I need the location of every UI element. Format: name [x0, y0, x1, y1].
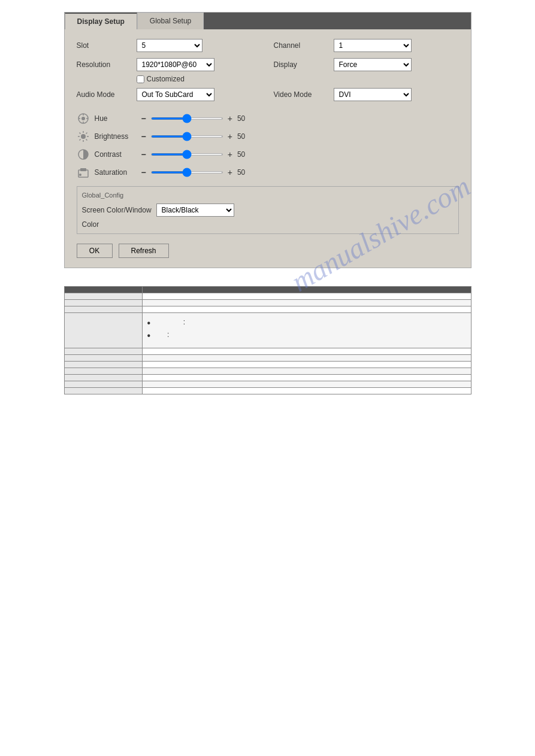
bullet-2: •	[147, 331, 151, 341]
sliders-section: Hue − + 50	[77, 112, 459, 179]
table-cell-right	[142, 293, 471, 300]
table-row	[64, 348, 471, 355]
table-cell-left	[64, 355, 142, 362]
contrast-value: 50	[237, 150, 255, 159]
hue-input[interactable]	[151, 117, 223, 120]
hue-slider-row: Hue − + 50	[77, 112, 459, 125]
svg-point-18	[79, 174, 81, 176]
saturation-minus: −	[141, 168, 146, 177]
table-cell-right	[142, 355, 471, 362]
display-label: Display	[274, 60, 334, 69]
hue-minus: −	[141, 114, 146, 123]
table-row	[64, 381, 471, 388]
contrast-minus: −	[141, 150, 146, 159]
dialog-tabs: Display Setup Global Setup	[65, 13, 471, 29]
svg-rect-17	[80, 168, 86, 171]
slot-label: Slot	[77, 41, 137, 50]
contrast-label: Contrast	[95, 150, 137, 159]
table-row	[64, 300, 471, 306]
color-row: Color	[82, 220, 454, 229]
hue-track	[151, 117, 223, 120]
bullet-item-2: • :	[147, 330, 466, 341]
channel-select[interactable]: 1	[334, 39, 412, 52]
table-row	[64, 355, 471, 362]
table-cell-left	[64, 293, 142, 300]
video-mode-label: Video Mode	[274, 90, 334, 99]
table-cell-right	[142, 306, 471, 313]
svg-line-13	[86, 133, 87, 134]
table-header-row	[64, 287, 471, 293]
tab-display-setup[interactable]: Display Setup	[65, 13, 137, 29]
screen-color-select[interactable]: Black/Black	[156, 204, 234, 217]
dialog-footer: OK Refresh	[77, 244, 459, 258]
brightness-icon	[77, 130, 90, 143]
video-mode-row: Video Mode DVI	[274, 88, 459, 101]
resolution-select[interactable]: 1920*1080P@60	[137, 58, 214, 71]
saturation-icon	[77, 166, 90, 179]
table-cell-right	[142, 368, 471, 375]
screen-color-row: Screen Color/Window Black/Black	[82, 204, 454, 217]
resolution-label: Resolution	[77, 60, 137, 69]
dialog-content: Slot 5 Resolution	[65, 29, 471, 268]
color-label: Color	[82, 220, 99, 229]
global-config-title: Global_Config	[82, 192, 454, 199]
customized-label: Customized	[147, 75, 185, 83]
table-cell-right	[142, 375, 471, 381]
bullet-text-1: :	[155, 318, 185, 326]
saturation-plus: +	[228, 168, 232, 177]
left-form-col: Slot 5 Resolution	[77, 39, 262, 107]
brightness-label: Brightness	[95, 132, 137, 141]
slot-row: Slot 5	[77, 39, 262, 52]
global-config-section: Global_Config Screen Color/Window Black/…	[77, 186, 459, 234]
table-row: • : • :	[64, 313, 471, 348]
brightness-input[interactable]	[151, 135, 223, 138]
audio-mode-row: Audio Mode Out To SubCard	[77, 88, 262, 101]
table-cell-left	[64, 306, 142, 313]
saturation-label: Saturation	[95, 168, 137, 177]
data-table-section: • : • :	[64, 286, 471, 394]
table-cell-left	[64, 313, 142, 348]
slot-select[interactable]: 5	[137, 39, 202, 52]
saturation-slider-row: Saturation − + 50	[77, 166, 459, 179]
customized-checkbox[interactable]	[137, 75, 144, 83]
saturation-track	[151, 171, 223, 174]
col-header-right	[142, 287, 471, 293]
brightness-track	[151, 135, 223, 138]
table-row	[64, 388, 471, 394]
svg-point-6	[81, 134, 86, 139]
audio-mode-input-group: Out To SubCard	[137, 88, 214, 101]
table-cell-left	[64, 388, 142, 394]
brightness-minus: −	[141, 132, 146, 141]
display-select[interactable]: Force	[334, 58, 412, 71]
saturation-value: 50	[237, 168, 255, 177]
svg-line-14	[79, 139, 80, 141]
ok-button[interactable]: OK	[77, 244, 113, 258]
bullet-item-1: • :	[147, 318, 466, 328]
bullet-1: •	[147, 318, 151, 328]
screen-color-label: Screen Color/Window	[82, 206, 152, 214]
table-cell-left	[64, 348, 142, 355]
svg-line-12	[86, 139, 87, 141]
display-setup-dialog: Display Setup Global Setup Slot	[64, 12, 471, 268]
table-cell-left	[64, 381, 142, 388]
table-cell-right: • : • :	[142, 313, 471, 348]
table-cell-right	[142, 348, 471, 355]
hue-icon	[77, 112, 90, 125]
video-mode-select[interactable]: DVI	[334, 88, 412, 101]
table-cell-right	[142, 300, 471, 306]
audio-mode-select[interactable]: Out To SubCard	[137, 88, 214, 101]
col-header-left	[64, 287, 142, 293]
data-table: • : • :	[64, 286, 471, 394]
saturation-input[interactable]	[151, 171, 223, 174]
table-cell-right	[142, 362, 471, 368]
brightness-slider-row: Brightness − + 50	[77, 130, 459, 143]
svg-point-5	[81, 117, 85, 120]
display-row: Display Force	[274, 58, 459, 71]
table-cell-right	[142, 381, 471, 388]
table-row	[64, 293, 471, 300]
brightness-value: 50	[237, 132, 255, 141]
customized-row: Customized	[137, 75, 262, 83]
refresh-button[interactable]: Refresh	[119, 244, 169, 258]
contrast-input[interactable]	[151, 153, 223, 156]
tab-global-setup[interactable]: Global Setup	[137, 13, 204, 29]
